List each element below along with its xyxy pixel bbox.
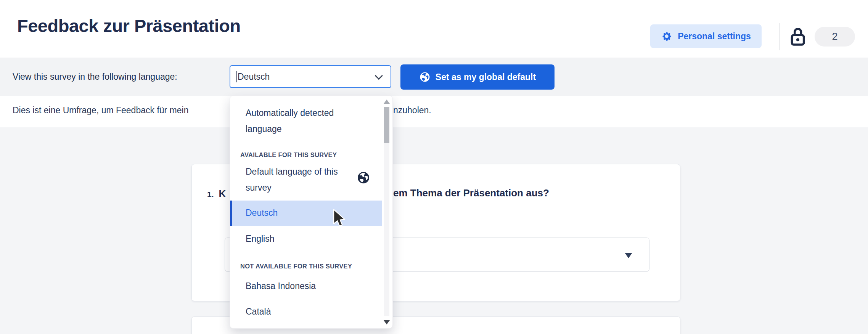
dropdown-group-available: AVAILABLE FOR THIS SURVEY: [240, 151, 378, 159]
dropdown-option-auto-detected[interactable]: Automatically detected language: [246, 105, 361, 137]
language-select[interactable]: Deutsch: [230, 65, 391, 88]
dropdown-option-catala[interactable]: Català: [246, 303, 361, 320]
language-bar-label: View this survey in the following langua…: [13, 58, 177, 96]
question-text-left: 1. K: [207, 188, 226, 200]
gear-icon: [661, 31, 672, 42]
chevron-down-icon: [375, 72, 383, 80]
dropdown-group-not-available: NOT AVAILABLE FOR THIS SURVEY: [240, 263, 378, 270]
dropdown-option-bahasa-indonesia[interactable]: Bahasa Indonesia: [246, 278, 361, 294]
description-fragment-right: nzuholen.: [393, 105, 431, 116]
personal-settings-button[interactable]: Personal settings: [650, 24, 762, 48]
header-divider: [780, 23, 780, 50]
unlock-icon: [789, 27, 806, 47]
survey-body: 1. K em Thema der Präsentation aus?: [0, 127, 868, 334]
description-fragment-left: Dies ist eine Umfrage, um Feedback für m…: [13, 105, 188, 116]
dropdown-option-default-language[interactable]: Default language of this survey: [246, 164, 361, 196]
question-text-right: em Thema der Präsentation aus?: [393, 187, 549, 199]
dropdown-scrollbar[interactable]: [383, 99, 391, 325]
language-select-value: Deutsch: [238, 72, 270, 82]
set-global-default-label: Set as my global default: [436, 72, 536, 82]
page-title: Feedback zur Präsentation: [17, 15, 241, 36]
mouse-cursor-icon: [333, 209, 347, 229]
language-bar: View this survey in the following langua…: [0, 58, 868, 96]
dropdown-option-english[interactable]: English: [246, 231, 361, 247]
globe-icon: [357, 171, 370, 185]
set-global-default-button[interactable]: Set as my global default: [400, 64, 555, 90]
question-number: 1.: [207, 190, 214, 199]
dropdown-option-deutsch-selected[interactable]: Deutsch: [230, 201, 382, 226]
survey-preview-page: Feedback zur Präsentation Personal setti…: [0, 0, 868, 334]
globe-icon: [419, 71, 431, 83]
personal-settings-label: Personal settings: [678, 31, 751, 42]
counter-badge: 2: [815, 27, 855, 47]
language-dropdown-menu: Automatically detected language AVAILABL…: [230, 95, 393, 329]
scroll-up-arrow-icon[interactable]: [384, 100, 390, 104]
scroll-down-arrow-icon[interactable]: [384, 320, 390, 324]
caret-down-icon: [625, 253, 632, 258]
text-caret: [236, 71, 237, 82]
scrollbar-thumb[interactable]: [384, 107, 389, 143]
survey-description: Dies ist eine Umfrage, um Feedback für m…: [0, 96, 868, 127]
